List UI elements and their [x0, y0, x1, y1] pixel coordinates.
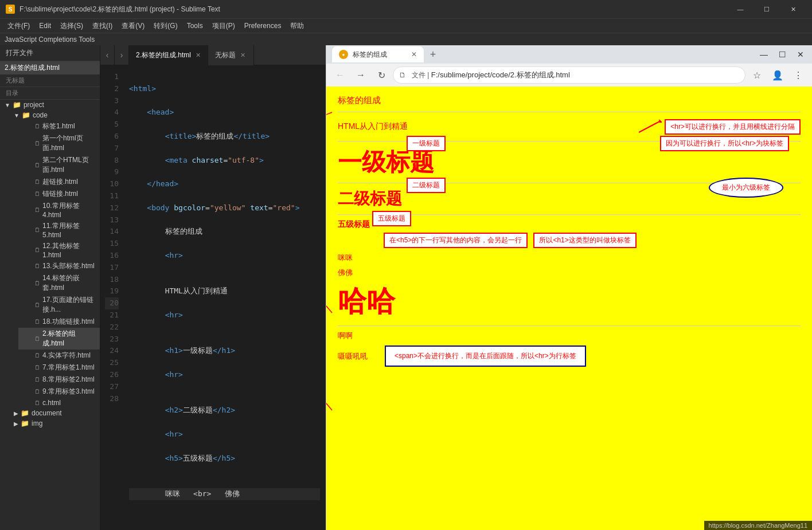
sidebar-folder-document[interactable]: ▶ 📁 document	[9, 408, 100, 418]
address-bar[interactable]: 🗋 文件 | F:/sublime/project/code/2.标签的组成.h…	[393, 66, 745, 84]
hr-5	[338, 325, 801, 326]
menu-view[interactable]: 查看(V)	[117, 20, 149, 32]
sidebar-item-file-8[interactable]: 🗒 12.其他标签1.html	[18, 240, 100, 260]
tab-file-1[interactable]: 2.标签的组成.html ✕	[129, 45, 208, 65]
menu-preferences[interactable]: Preferences	[240, 21, 286, 31]
annotation-h1-label: 一级标题	[407, 136, 446, 151]
img-label: img	[32, 419, 42, 427]
lock-icon: 🗋	[399, 71, 406, 79]
tab-file-2[interactable]: 无标题 ✕	[208, 45, 254, 65]
file-icon-3: 🗒	[34, 162, 40, 168]
browser-minimize[interactable]: —	[758, 49, 770, 60]
browser-close[interactable]: ✕	[795, 49, 806, 60]
menu-help[interactable]: 帮助	[286, 20, 309, 32]
sidebar-item-file-4[interactable]: 🗒 超链接.html	[18, 176, 100, 188]
haha-heading: 哈哈	[338, 282, 801, 321]
tab-close-1[interactable]: ✕	[196, 52, 201, 59]
menu-project[interactable]: 项目(P)	[208, 20, 240, 32]
html-intro-text: HTML从入门到精通	[338, 121, 408, 132]
sidebar-item-file-18[interactable]: 🗒 c.html	[18, 398, 100, 408]
menu-edit[interactable]: Edit	[34, 21, 56, 31]
sidebar-item-file-12[interactable]: 🗒 18.功能链接.html	[18, 316, 100, 328]
js-completions-label: JavaScript Completions Tools	[5, 36, 95, 44]
sidebar-item-file-13[interactable]: 🗒 2.标签的组成.html	[18, 328, 100, 350]
file-icon-7: 🗒	[34, 227, 40, 233]
new-tab-button[interactable]: +	[425, 46, 441, 62]
code-content[interactable]: <html> <head> <title>标签的组成</title> <meta…	[123, 71, 326, 524]
sidebar-item-file-3[interactable]: 🗒 第二个HTML页面.html	[18, 154, 100, 176]
sidebar-item-file-11[interactable]: 🗒 17.页面建的锚链接.h...	[18, 294, 100, 316]
browser-tab-close[interactable]: ✕	[411, 50, 417, 58]
browser-chrome: ● 标签的组成 ✕ + — ☐ ✕ ← → ↻ 🗋 文	[326, 45, 812, 87]
tab-nav-next[interactable]: ›	[115, 45, 129, 65]
line-numbers: 12345 678910 1112131415 1617181920 21222…	[100, 71, 123, 524]
folder-icon-2: 📁	[22, 111, 30, 119]
win-controls: — ☐ ✕	[727, 0, 806, 18]
back-button[interactable]: ←	[331, 66, 349, 84]
sidebar-folder-code[interactable]: ▼ 📁 code	[9, 110, 100, 120]
account-icon[interactable]: 👤	[768, 66, 787, 84]
bookmark-star-icon[interactable]: ☆	[748, 66, 766, 84]
sidebar-item-file-6[interactable]: 🗒 10.常用标签4.html	[18, 200, 100, 220]
close-button[interactable]: ✕	[780, 0, 806, 18]
open-file-button[interactable]: 打开文件	[0, 45, 100, 61]
arrow-decorations	[326, 95, 338, 439]
menu-file[interactable]: 文件(F)	[3, 20, 34, 32]
sidebar-item-file-2[interactable]: 🗒 第一个html页面.html	[18, 132, 100, 154]
forward-button[interactable]: →	[352, 66, 370, 84]
menu-select[interactable]: 选择(S)	[56, 20, 88, 32]
sidebar-subfolder: ▼ 📁 code 🗒 标签1.html 🗒 第一个html页面.html 🗒 第…	[0, 110, 100, 429]
arrow-right-icon-2: ▶	[14, 421, 18, 427]
tab-close-2[interactable]: ✕	[240, 52, 245, 59]
sidebar-item-file-1[interactable]: 🗒 标签1.html	[18, 120, 100, 132]
code-label: code	[33, 111, 48, 119]
main-area: 打开文件 2.标签的组成.html 无标题 目录 ▼ 📁 project ▼ 📁…	[0, 45, 812, 530]
more-options-icon[interactable]: ⋮	[789, 66, 807, 84]
menu-find[interactable]: 查找(I)	[88, 20, 117, 32]
code-editor[interactable]: 12345 678910 1112131415 1617181920 21222…	[100, 65, 326, 530]
sidebar-item-file-9[interactable]: 🗒 13.头部标签.html	[18, 260, 100, 272]
annotation-h5-label: 五级标题	[372, 211, 411, 226]
sidebar-item-file-5[interactable]: 🗒 锚链接.html	[18, 188, 100, 200]
sidebar-folder-project[interactable]: ▼ 📁 project	[0, 100, 100, 110]
browser-maximize[interactable]: ☐	[776, 49, 788, 60]
sidebar-item-file-16[interactable]: 🗒 8.常用标签2.html	[18, 374, 100, 386]
project-label: project	[24, 101, 44, 109]
no-title-label: 无标题	[0, 74, 100, 87]
sidebar-item-file-17[interactable]: 🗒 9.常用标签3.html	[18, 386, 100, 398]
js-completions-bar: JavaScript Completions Tools	[0, 33, 812, 45]
editor-area: ‹ › 2.标签的组成.html ✕ 无标题 ✕ 12345 678910 11…	[100, 45, 326, 530]
title-bar: S F:\sublime\project\code\2.标签的组成.html (…	[0, 0, 812, 18]
svg-line-2	[326, 112, 332, 124]
bottom-url: https://blog.csdn.net/ZhangMeng11	[704, 521, 812, 530]
mimi-text: 咪咪	[338, 253, 801, 263]
tab-label-1: 2.标签的组成.html	[136, 50, 191, 60]
reload-button[interactable]: ↻	[372, 66, 391, 84]
aa-text: 啊啊	[338, 331, 801, 341]
menu-goto[interactable]: 转到(G)	[149, 20, 182, 32]
address-text: 文件 | F:/sublime/project/code/2.标签的组成.htm…	[412, 70, 570, 80]
svg-line-0	[639, 121, 661, 132]
file-icon-13: 🗒	[34, 336, 40, 342]
sidebar-item-file-14[interactable]: 🗒 4.实体字符.html	[18, 350, 100, 362]
sidebar-item-file-15[interactable]: 🗒 7.常用标签1.html	[18, 362, 100, 374]
annotation-hr-separate: <hr>可以进行换行，并且用横线进行分隔	[665, 119, 801, 135]
tab-bar: ‹ › 2.标签的组成.html ✕ 无标题 ✕	[100, 45, 326, 65]
file-icon-17: 🗒	[34, 388, 40, 395]
browser-active-tab[interactable]: ● 标签的组成 ✕	[332, 46, 424, 62]
fofo-text: 佛佛	[338, 268, 801, 278]
file-icon-18: 🗒	[34, 400, 40, 406]
menu-tools[interactable]: Tools	[182, 21, 208, 31]
tab-nav-prev[interactable]: ‹	[100, 45, 115, 65]
sidebar-item-file-10[interactable]: 🗒 14.标签的嵌套.html	[18, 272, 100, 294]
minimize-button[interactable]: —	[727, 0, 754, 18]
page-title: 标签的组成	[338, 95, 801, 106]
sidebar-folder-img[interactable]: ▶ 📁 img	[9, 418, 100, 429]
file-icon-9: 🗒	[34, 263, 40, 269]
annotation-h2-label: 二级标题	[407, 178, 446, 193]
maximize-button[interactable]: ☐	[754, 0, 780, 18]
sidebar-item-file-7[interactable]: 🗒 11.常用标签5.html	[18, 220, 100, 240]
file-icon-8: 🗒	[34, 247, 40, 253]
arrow-down-icon-2: ▼	[14, 112, 19, 119]
sidebar-item-active-file[interactable]: 2.标签的组成.html	[0, 61, 100, 74]
